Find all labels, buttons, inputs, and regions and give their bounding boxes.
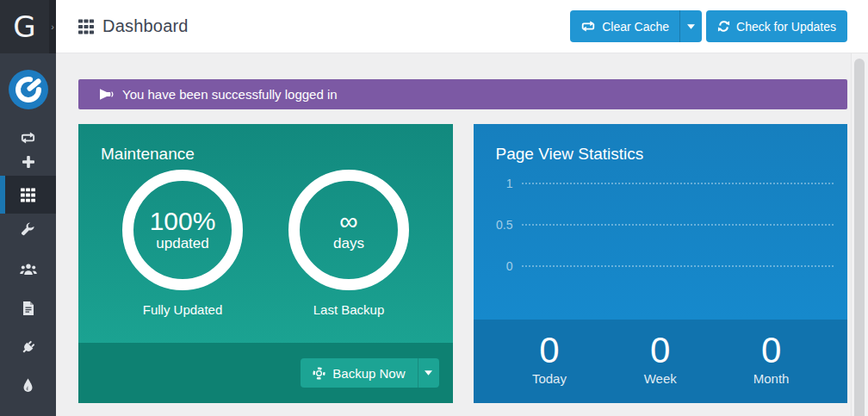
backup-now-button[interactable]: Backup Now [301,358,417,388]
gridline-row: 0 [474,258,848,275]
sidebar: G › [0,0,56,416]
plug-icon [21,340,35,355]
page-title: Dashboard [102,16,189,36]
backup-label: Last Backup [288,302,409,317]
header: Dashboard Clear Cache [56,0,868,53]
sidebar-item-settings[interactable] [0,217,56,241]
stat-month: 0 Month [716,331,827,403]
caret-down-icon [687,24,695,29]
header-actions: Clear Cache Check for Updates [570,10,847,42]
dashboard-title-grid-icon [78,19,94,34]
sidebar-item-pages[interactable] [0,296,56,320]
maintenance-card: Maintenance 100% updated ∞ days Fully Up… [78,124,453,403]
megaphone-icon [99,88,114,101]
check-updates-button[interactable]: Check for Updates [706,10,847,42]
maintenance-footer: Backup Now [78,343,453,403]
dotted-gridline [522,183,834,184]
sidebar-item-add[interactable] [0,150,56,174]
caret-down-icon [425,370,432,376]
theme-drop-icon [22,378,34,392]
clear-cache-label: Clear Cache [602,20,669,34]
refresh-icon [717,20,730,33]
scrollbar-thumb[interactable] [854,59,865,416]
backup-split-button: Backup Now [301,358,438,388]
logo-row: G › [0,0,56,53]
scrollbar-track[interactable] [851,53,868,416]
stat-week-value: 0 [604,331,716,370]
stat-today-value: 0 [494,331,605,370]
wrench-icon [21,222,35,237]
stat-week-label: Week [604,371,716,386]
gridline-row: 0.5 [474,216,848,233]
login-success-alert: You have been successfully logged in [78,79,847,109]
stat-today-label: Today [494,371,605,386]
sidebar-item-sync[interactable] [0,126,56,150]
sync-icon [20,132,36,144]
sidebar-item-users[interactable] [0,258,56,282]
sidebar-collapse-handle[interactable]: › [49,0,56,53]
page-views-chart: 1 0.5 0 [474,175,848,299]
getsimple-power-logo[interactable] [9,70,48,109]
page-head: Dashboard [78,16,189,36]
sidebar-item-plugins[interactable] [0,335,56,359]
stats-title: Page View Statistics [496,145,644,164]
y-tick-label: 1 [474,177,513,190]
stats-footer: 0 Today 0 Week 0 Month [474,320,848,403]
chevron-right-icon: › [51,22,54,32]
dotted-gridline [522,265,834,267]
stat-today: 0 Today [494,331,605,403]
updated-label: Fully Updated [122,302,243,317]
stat-month-label: Month [716,371,827,386]
maintenance-title: Maintenance [101,145,195,164]
backup-unit: days [333,235,364,252]
y-tick-label: 0.5 [474,218,513,232]
users-icon [20,264,37,276]
cards-row: Maintenance 100% updated ∞ days Fully Up… [78,124,847,403]
clear-cache-dropdown-toggle[interactable] [679,10,702,42]
updated-value: 100% [150,208,216,235]
alert-message: You have been successfully logged in [122,87,338,102]
updated-circle: 100% updated [122,170,243,290]
backup-dropdown-toggle[interactable] [418,358,439,388]
backup-now-label: Backup Now [332,366,405,381]
dotted-gridline [522,224,834,226]
page-view-statistics-card: Page View Statistics 1 0.5 0 0 [474,124,848,403]
power-icon [9,70,48,109]
updated-unit: updated [156,235,208,252]
gridline-row: 1 [474,175,848,192]
pages-icon [22,301,34,315]
add-icon [22,155,35,169]
stat-month-value: 0 [716,331,827,370]
sidebar-item-dashboard[interactable] [0,176,56,214]
backup-value: ∞ [339,208,357,235]
dashboard-grid-icon [21,188,35,202]
backup-circle: ∞ days [288,170,409,290]
sync-icon [580,21,596,32]
main-content: You have been successfully logged in Mai… [56,53,868,416]
logo-letter: G [13,9,35,44]
clear-cache-button[interactable]: Clear Cache [570,10,679,42]
life-ring-icon [313,367,326,380]
y-tick-label: 0 [474,259,513,273]
sidebar-item-theme[interactable] [0,373,56,397]
app-logo[interactable]: G [0,0,49,53]
check-updates-label: Check for Updates [736,20,836,34]
stat-week: 0 Week [604,331,716,403]
